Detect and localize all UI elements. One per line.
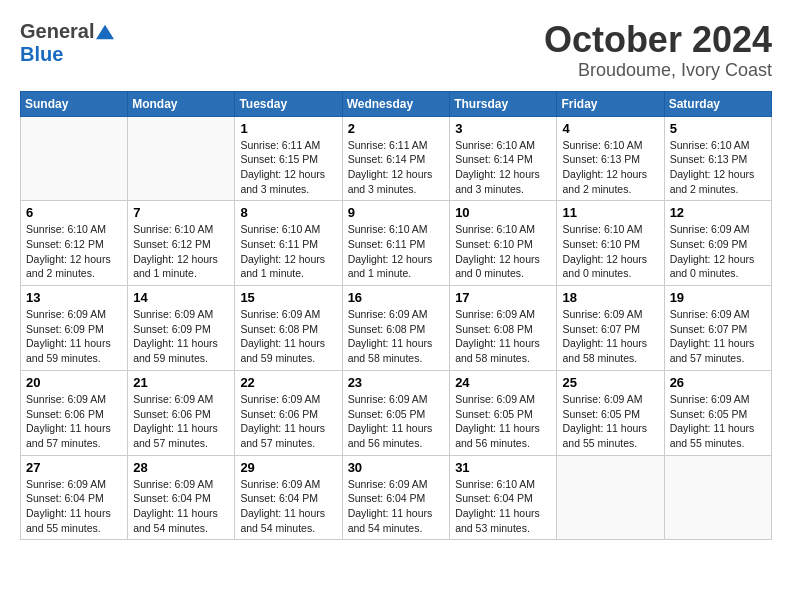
calendar-cell: 26Sunrise: 6:09 AM Sunset: 6:05 PM Dayli… — [664, 370, 771, 455]
day-info: Sunrise: 6:09 AM Sunset: 6:06 PM Dayligh… — [240, 393, 325, 449]
day-number: 11 — [562, 205, 658, 220]
calendar-cell: 30Sunrise: 6:09 AM Sunset: 6:04 PM Dayli… — [342, 455, 450, 540]
calendar-cell: 24Sunrise: 6:09 AM Sunset: 6:05 PM Dayli… — [450, 370, 557, 455]
day-number: 31 — [455, 460, 551, 475]
day-number: 14 — [133, 290, 229, 305]
day-info: Sunrise: 6:09 AM Sunset: 6:09 PM Dayligh… — [670, 223, 755, 279]
day-number: 6 — [26, 205, 122, 220]
day-number: 9 — [348, 205, 445, 220]
day-number: 19 — [670, 290, 766, 305]
day-number: 3 — [455, 121, 551, 136]
day-number: 4 — [562, 121, 658, 136]
day-number: 7 — [133, 205, 229, 220]
calendar-cell: 4Sunrise: 6:10 AM Sunset: 6:13 PM Daylig… — [557, 116, 664, 201]
day-info: Sunrise: 6:10 AM Sunset: 6:14 PM Dayligh… — [455, 139, 540, 195]
day-info: Sunrise: 6:09 AM Sunset: 6:05 PM Dayligh… — [670, 393, 755, 449]
weekday-header: Sunday — [21, 91, 128, 116]
day-info: Sunrise: 6:10 AM Sunset: 6:11 PM Dayligh… — [240, 223, 325, 279]
day-info: Sunrise: 6:10 AM Sunset: 6:12 PM Dayligh… — [26, 223, 111, 279]
calendar-cell: 7Sunrise: 6:10 AM Sunset: 6:12 PM Daylig… — [128, 201, 235, 286]
day-number: 29 — [240, 460, 336, 475]
calendar-cell: 6Sunrise: 6:10 AM Sunset: 6:12 PM Daylig… — [21, 201, 128, 286]
weekday-header: Tuesday — [235, 91, 342, 116]
calendar-cell: 20Sunrise: 6:09 AM Sunset: 6:06 PM Dayli… — [21, 370, 128, 455]
logo-icon — [96, 23, 114, 41]
month-title: October 2024 — [544, 20, 772, 60]
calendar-week-row: 20Sunrise: 6:09 AM Sunset: 6:06 PM Dayli… — [21, 370, 772, 455]
day-info: Sunrise: 6:09 AM Sunset: 6:04 PM Dayligh… — [240, 478, 325, 534]
day-info: Sunrise: 6:09 AM Sunset: 6:07 PM Dayligh… — [562, 308, 647, 364]
day-info: Sunrise: 6:09 AM Sunset: 6:04 PM Dayligh… — [26, 478, 111, 534]
calendar-cell — [128, 116, 235, 201]
day-info: Sunrise: 6:09 AM Sunset: 6:07 PM Dayligh… — [670, 308, 755, 364]
day-number: 13 — [26, 290, 122, 305]
day-number: 18 — [562, 290, 658, 305]
day-info: Sunrise: 6:09 AM Sunset: 6:05 PM Dayligh… — [348, 393, 433, 449]
logo-general: General — [20, 20, 94, 43]
day-number: 24 — [455, 375, 551, 390]
day-number: 15 — [240, 290, 336, 305]
day-number: 26 — [670, 375, 766, 390]
calendar-cell: 9Sunrise: 6:10 AM Sunset: 6:11 PM Daylig… — [342, 201, 450, 286]
day-info: Sunrise: 6:09 AM Sunset: 6:06 PM Dayligh… — [26, 393, 111, 449]
day-number: 25 — [562, 375, 658, 390]
day-number: 16 — [348, 290, 445, 305]
calendar-cell: 13Sunrise: 6:09 AM Sunset: 6:09 PM Dayli… — [21, 286, 128, 371]
day-number: 12 — [670, 205, 766, 220]
weekday-header-row: SundayMondayTuesdayWednesdayThursdayFrid… — [21, 91, 772, 116]
day-number: 23 — [348, 375, 445, 390]
weekday-header: Monday — [128, 91, 235, 116]
day-info: Sunrise: 6:09 AM Sunset: 6:05 PM Dayligh… — [562, 393, 647, 449]
day-number: 30 — [348, 460, 445, 475]
calendar-cell: 18Sunrise: 6:09 AM Sunset: 6:07 PM Dayli… — [557, 286, 664, 371]
calendar-cell: 17Sunrise: 6:09 AM Sunset: 6:08 PM Dayli… — [450, 286, 557, 371]
day-info: Sunrise: 6:09 AM Sunset: 6:09 PM Dayligh… — [26, 308, 111, 364]
day-info: Sunrise: 6:09 AM Sunset: 6:04 PM Dayligh… — [348, 478, 433, 534]
calendar-cell: 19Sunrise: 6:09 AM Sunset: 6:07 PM Dayli… — [664, 286, 771, 371]
day-info: Sunrise: 6:11 AM Sunset: 6:14 PM Dayligh… — [348, 139, 433, 195]
calendar-cell: 8Sunrise: 6:10 AM Sunset: 6:11 PM Daylig… — [235, 201, 342, 286]
calendar-cell: 2Sunrise: 6:11 AM Sunset: 6:14 PM Daylig… — [342, 116, 450, 201]
calendar-cell: 23Sunrise: 6:09 AM Sunset: 6:05 PM Dayli… — [342, 370, 450, 455]
calendar-cell: 14Sunrise: 6:09 AM Sunset: 6:09 PM Dayli… — [128, 286, 235, 371]
weekday-header: Friday — [557, 91, 664, 116]
day-info: Sunrise: 6:09 AM Sunset: 6:08 PM Dayligh… — [240, 308, 325, 364]
day-info: Sunrise: 6:09 AM Sunset: 6:08 PM Dayligh… — [348, 308, 433, 364]
day-number: 21 — [133, 375, 229, 390]
calendar-cell — [557, 455, 664, 540]
svg-marker-0 — [96, 24, 114, 38]
calendar-cell: 25Sunrise: 6:09 AM Sunset: 6:05 PM Dayli… — [557, 370, 664, 455]
day-info: Sunrise: 6:09 AM Sunset: 6:06 PM Dayligh… — [133, 393, 218, 449]
day-info: Sunrise: 6:09 AM Sunset: 6:08 PM Dayligh… — [455, 308, 540, 364]
calendar-week-row: 13Sunrise: 6:09 AM Sunset: 6:09 PM Dayli… — [21, 286, 772, 371]
weekday-header: Thursday — [450, 91, 557, 116]
calendar-cell: 21Sunrise: 6:09 AM Sunset: 6:06 PM Dayli… — [128, 370, 235, 455]
day-number: 27 — [26, 460, 122, 475]
title-area: October 2024 Broudoume, Ivory Coast — [544, 20, 772, 81]
calendar: SundayMondayTuesdayWednesdayThursdayFrid… — [20, 91, 772, 541]
day-number: 5 — [670, 121, 766, 136]
calendar-cell: 3Sunrise: 6:10 AM Sunset: 6:14 PM Daylig… — [450, 116, 557, 201]
calendar-cell: 5Sunrise: 6:10 AM Sunset: 6:13 PM Daylig… — [664, 116, 771, 201]
day-info: Sunrise: 6:10 AM Sunset: 6:10 PM Dayligh… — [562, 223, 647, 279]
day-number: 17 — [455, 290, 551, 305]
calendar-cell — [21, 116, 128, 201]
calendar-cell: 10Sunrise: 6:10 AM Sunset: 6:10 PM Dayli… — [450, 201, 557, 286]
day-info: Sunrise: 6:09 AM Sunset: 6:09 PM Dayligh… — [133, 308, 218, 364]
calendar-cell — [664, 455, 771, 540]
calendar-week-row: 27Sunrise: 6:09 AM Sunset: 6:04 PM Dayli… — [21, 455, 772, 540]
calendar-week-row: 6Sunrise: 6:10 AM Sunset: 6:12 PM Daylig… — [21, 201, 772, 286]
day-number: 28 — [133, 460, 229, 475]
day-info: Sunrise: 6:10 AM Sunset: 6:11 PM Dayligh… — [348, 223, 433, 279]
day-number: 22 — [240, 375, 336, 390]
day-info: Sunrise: 6:09 AM Sunset: 6:04 PM Dayligh… — [133, 478, 218, 534]
day-info: Sunrise: 6:10 AM Sunset: 6:10 PM Dayligh… — [455, 223, 540, 279]
day-number: 10 — [455, 205, 551, 220]
day-info: Sunrise: 6:10 AM Sunset: 6:13 PM Dayligh… — [670, 139, 755, 195]
calendar-cell: 16Sunrise: 6:09 AM Sunset: 6:08 PM Dayli… — [342, 286, 450, 371]
calendar-cell: 31Sunrise: 6:10 AM Sunset: 6:04 PM Dayli… — [450, 455, 557, 540]
day-info: Sunrise: 6:10 AM Sunset: 6:04 PM Dayligh… — [455, 478, 540, 534]
calendar-cell: 15Sunrise: 6:09 AM Sunset: 6:08 PM Dayli… — [235, 286, 342, 371]
weekday-header: Wednesday — [342, 91, 450, 116]
day-number: 2 — [348, 121, 445, 136]
